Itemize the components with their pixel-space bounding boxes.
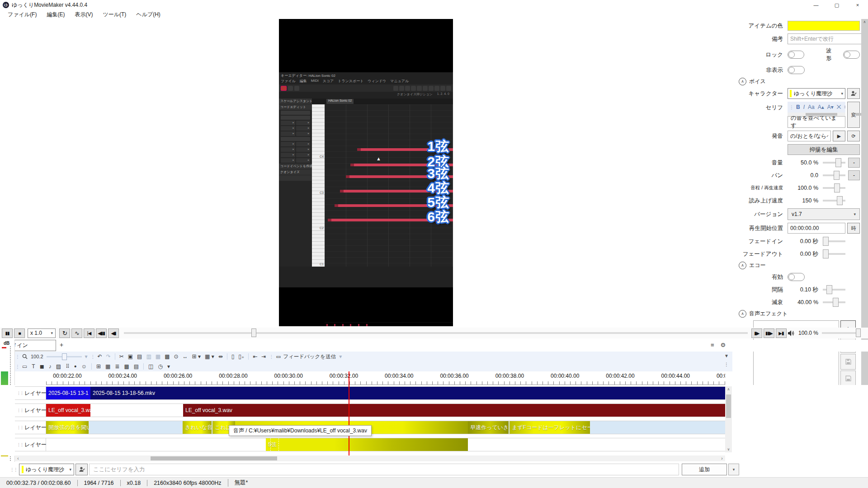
toolbar-grip[interactable]: ⋮ — [91, 354, 94, 359]
prev-frame-button[interactable]: ◀▮▮ — [96, 328, 107, 338]
serif-bar-grip[interactable]: ⋮⋮ — [10, 467, 17, 472]
edit-intonation-button[interactable]: 抑揚を編集 — [788, 144, 860, 155]
play-button[interactable]: ▮▶ — [751, 328, 762, 338]
audio-icon[interactable]: ♪ — [49, 364, 52, 369]
menu-item[interactable]: ツール(T) — [99, 10, 130, 19]
minimize-button[interactable]: — — [806, 0, 826, 10]
layer-label[interactable]: ⋮⋮レイヤー 03 — [15, 438, 46, 451]
scroll-left-icon[interactable]: ‹ — [15, 456, 21, 461]
pattern-icon[interactable]: ▦ — [105, 364, 110, 369]
layer-clip-area[interactable]: 2025-08-15 13-12025-08-15 13-18-56.mkv — [46, 387, 725, 399]
character-select[interactable]: ゆっくり魔理沙 ▾ — [788, 88, 845, 99]
layer-clip-area[interactable]: LE_off vocal_3.waLE_off vocal_3.wav — [46, 404, 725, 417]
timeline-clip[interactable]: 早速作っていきま — [468, 421, 509, 434]
pause-button[interactable]: ▮▮ — [2, 328, 13, 338]
timeline-clip[interactable]: 2025-08-15 13-1 — [46, 387, 90, 399]
layer-label[interactable]: ⋮⋮レイヤー 00 — [15, 387, 46, 399]
fx-save-as-icon[interactable] — [840, 354, 856, 370]
paste-special-icon[interactable]: ▥ — [146, 354, 151, 359]
text-icon[interactable]: T — [32, 364, 35, 369]
toolbar-grip[interactable]: ⋮ — [15, 364, 19, 369]
mosaic-icon[interactable]: ▤ — [134, 364, 139, 369]
repeat-button[interactable]: ↻ — [59, 328, 70, 338]
volume-slider[interactable] — [823, 162, 845, 164]
layer-label[interactable]: ⋮⋮レイヤー 02 — [15, 421, 46, 434]
volume-reset-button[interactable]: - — [848, 158, 860, 168]
voice-collapse-button[interactable]: ∧ — [739, 78, 746, 85]
send-feedback-button[interactable]: ▭ フィードバックを送信 — [276, 353, 336, 360]
jump-right-icon[interactable]: ⇥ — [261, 354, 266, 359]
hscroll-thumb[interactable] — [151, 456, 277, 460]
clock-icon[interactable]: ◷ — [158, 364, 162, 369]
keyframe-link-button[interactable]: ∿ — [71, 328, 82, 338]
serif-text-input[interactable] — [89, 464, 679, 475]
toolbar-grip[interactable]: ⋮ — [789, 105, 793, 110]
font-button[interactable]: Aa — [808, 104, 815, 110]
person-icon[interactable]: ꔷ — [74, 364, 77, 369]
menu-item[interactable]: 編集(E) — [42, 10, 69, 19]
master-volume-slider[interactable] — [822, 332, 861, 334]
zoom-fit-icon[interactable]: ▾ — [85, 354, 88, 359]
font-bigger-button[interactable]: A▴ — [818, 104, 824, 110]
list-icon[interactable]: ≣ — [115, 364, 119, 369]
fx-collapse-button[interactable]: ∧ — [739, 310, 746, 318]
font-smaller-button[interactable]: A▾ — [827, 104, 834, 110]
seek-slider-knob[interactable] — [251, 328, 256, 337]
lock-toggle[interactable] — [788, 51, 804, 59]
cut-button[interactable]: ✂ — [844, 104, 845, 110]
close-button[interactable]: × — [847, 0, 868, 10]
echo-collapse-button[interactable]: ∧ — [739, 262, 746, 269]
split-icon[interactable]: ↔ — [183, 354, 188, 359]
next-frame-button[interactable]: ▮▮▶ — [764, 328, 774, 338]
layout-icon[interactable]: ▦ ▾ — [205, 354, 214, 359]
hidden-toggle[interactable] — [788, 66, 805, 74]
character-edit-button[interactable] — [847, 88, 860, 99]
layer-label[interactable]: ⋮⋮レイヤー 01 — [15, 404, 46, 417]
face-icon[interactable]: ☺ — [81, 364, 87, 369]
align-icon[interactable]: ⇹ — [218, 354, 223, 359]
layer-clip-area[interactable]: 5弦 — [46, 438, 725, 451]
image-icon[interactable]: ▨ — [56, 364, 61, 369]
more-icon[interactable]: ▾ — [339, 354, 342, 359]
toolbar-more-dots-icon[interactable]: ⋮ — [724, 362, 729, 367]
delete-icon[interactable]: ▯ — [231, 354, 235, 359]
grid-icon[interactable]: ⊞ ▾ — [192, 354, 201, 359]
note-input[interactable] — [788, 33, 863, 44]
timeline-clip[interactable]: 2025-08-15 13-18-56.mkv — [90, 387, 725, 399]
pan-reset-button[interactable]: - — [848, 170, 860, 180]
timeline-clip[interactable]: 開放弦の音を聞い — [46, 421, 89, 434]
redo-icon[interactable]: ↷ — [106, 354, 111, 359]
insert-icon[interactable]: ▩ — [165, 354, 170, 359]
playhead[interactable] — [349, 371, 349, 455]
reload-pronunciation-button[interactable]: ⟳ — [847, 131, 860, 141]
menu-item[interactable]: 表示(V) — [71, 10, 97, 19]
save-icon[interactable]: ◫ — [148, 364, 153, 369]
time-pick-button[interactable]: 時 — [847, 223, 860, 234]
menu-item[interactable]: ファイル(F) — [4, 10, 41, 19]
toolbar-more-down-icon[interactable]: ▼ — [724, 353, 729, 358]
more-icon[interactable]: ▾ — [167, 364, 170, 369]
restore-button[interactable]: ▢ — [826, 0, 847, 10]
play-voice-button[interactable]: ▶ — [833, 131, 845, 141]
paste-icon[interactable]: ▤ — [137, 354, 142, 359]
add-serif-button[interactable]: 追加 — [682, 464, 727, 475]
scissors-icon[interactable]: ✂ — [119, 354, 124, 359]
jump-left-icon[interactable]: ⇤ — [253, 354, 257, 359]
shape-icon[interactable]: ⠿ — [66, 364, 70, 369]
fadeout-slider[interactable] — [823, 253, 845, 255]
copy-icon[interactable]: ▣ — [128, 354, 133, 359]
stop-button[interactable]: ■ — [14, 328, 25, 338]
speaker-icon[interactable] — [788, 330, 795, 336]
seek-end-button[interactable]: ▶▮ — [776, 328, 787, 338]
clear-format-button[interactable]: ⨉ — [837, 104, 841, 110]
scroll-right-icon[interactable]: › — [719, 456, 725, 461]
lock-icon[interactable]: ⊙ — [174, 354, 178, 359]
fadein-slider[interactable] — [823, 240, 845, 242]
echo-decay-slider[interactable] — [823, 301, 845, 303]
echo-enabled-toggle[interactable] — [788, 273, 805, 281]
echo-interval-slider[interactable] — [823, 289, 845, 291]
timeline-clip[interactable]: まずFコードは一フレットにセーハをするの — [509, 421, 590, 434]
timeline-ruler[interactable]: 00:00:22.0000:00:24.0000:00:26.0000:00:2… — [46, 371, 725, 385]
italic-button[interactable]: I — [803, 104, 805, 110]
seek-slider[interactable] — [124, 332, 748, 334]
